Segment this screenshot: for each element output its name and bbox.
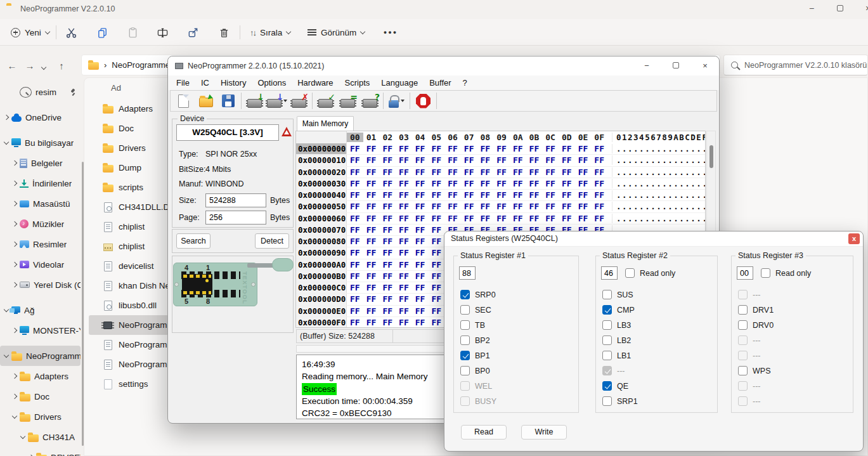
hex-byte[interactable]: FF: [347, 167, 363, 177]
hex-byte[interactable]: FF: [542, 144, 559, 153]
hex-byte[interactable]: FF: [379, 167, 396, 177]
hex-byte[interactable]: FF: [347, 318, 363, 327]
bit-checkbox[interactable]: [602, 351, 612, 360]
file-item-devicelist[interactable]: devicelist: [89, 256, 169, 276]
hex-address[interactable]: 0x00000010: [296, 155, 347, 166]
menu-language[interactable]: Language: [375, 78, 424, 88]
hex-byte[interactable]: FF: [575, 214, 592, 223]
hex-byte[interactable]: FF: [559, 214, 575, 223]
expander-icon[interactable]: [10, 392, 19, 401]
paste-button[interactable]: [119, 23, 146, 42]
sidebar-scrollbar[interactable]: [82, 162, 84, 446]
hex-byte[interactable]: FF: [559, 190, 575, 200]
hex-byte[interactable]: FF: [461, 167, 477, 177]
explorer-minimize-button[interactable]: −: [801, 0, 822, 16]
bit-lb2[interactable]: LB2: [602, 335, 717, 345]
write-registers-button[interactable]: Write: [521, 425, 567, 440]
unlock-button[interactable]: [385, 92, 408, 110]
hex-byte[interactable]: FF: [379, 306, 396, 316]
explorer-maximize-button[interactable]: [829, 0, 851, 16]
compare-chip-button[interactable]: =: [337, 92, 359, 110]
expander-icon[interactable]: [10, 326, 19, 335]
hex-byte[interactable]: FF: [542, 155, 559, 165]
file-item-libusb0-dll[interactable]: libusb0.dll: [89, 296, 169, 315]
page-input[interactable]: [205, 211, 266, 225]
search-box[interactable]: NeoProgrammer V2.2.0.10 klasöründ: [723, 55, 868, 75]
hex-byte[interactable]: FF: [444, 214, 461, 223]
hex-address[interactable]: 0x00000050: [296, 201, 347, 212]
bit-tb[interactable]: TB: [460, 320, 578, 330]
bit-cmp[interactable]: CMP: [602, 305, 717, 315]
hex-byte[interactable]: FF: [428, 294, 444, 304]
file-item-chiplist[interactable]: chiplist: [89, 217, 169, 237]
write-chip-button[interactable]: ↓: [266, 92, 288, 110]
file-item-settings[interactable]: settings: [89, 374, 169, 394]
sort-button[interactable]: ↑↓ Sırala: [245, 23, 295, 42]
hex-address[interactable]: 0x00000060: [296, 213, 347, 224]
register-value-input[interactable]: [601, 266, 618, 280]
hex-byte[interactable]: FF: [542, 190, 559, 200]
hex-byte[interactable]: FF: [412, 167, 429, 177]
new-button[interactable]: Yeni: [5, 23, 55, 42]
expander-icon[interactable]: [18, 433, 27, 441]
bit-lb1[interactable]: LB1: [602, 351, 717, 360]
hex-byte[interactable]: FF: [428, 271, 444, 281]
hex-byte[interactable]: FF: [379, 260, 396, 270]
hex-byte[interactable]: FF: [363, 306, 380, 316]
sidebar-item-resim[interactable]: resim: [0, 82, 81, 102]
hex-byte[interactable]: FF: [412, 260, 429, 270]
app-maximize-button[interactable]: [664, 56, 688, 75]
hex-byte[interactable]: FF: [396, 306, 412, 316]
hex-byte[interactable]: FF: [477, 179, 494, 188]
bit-drv0[interactable]: DRV0: [738, 320, 853, 330]
stop-button[interactable]: [412, 92, 434, 110]
hex-byte[interactable]: FF: [428, 248, 444, 257]
hex-scrollbar-thumb[interactable]: [709, 145, 713, 168]
rename-button[interactable]: [148, 23, 176, 42]
hex-byte[interactable]: FF: [444, 155, 461, 165]
hex-byte[interactable]: FF: [363, 283, 380, 292]
sidebar-item-videolar[interactable]: Videolar: [0, 254, 81, 275]
hex-byte[interactable]: FF: [461, 190, 477, 200]
hex-byte[interactable]: FF: [412, 214, 429, 223]
hex-address[interactable]: 0x00000040: [296, 190, 347, 200]
menu-file[interactable]: File: [171, 78, 195, 88]
hex-address[interactable]: 0x00000020: [296, 167, 347, 178]
file-item-neoprogramme[interactable]: NeoProgramme: [89, 355, 169, 374]
hex-byte[interactable]: FF: [428, 318, 444, 327]
expander-icon[interactable]: [10, 219, 19, 228]
hex-byte[interactable]: FF: [363, 294, 380, 304]
menu-options[interactable]: Options: [252, 78, 292, 88]
hex-address[interactable]: 0x000000D0: [296, 294, 347, 304]
hex-byte[interactable]: FF: [559, 202, 575, 211]
hex-byte[interactable]: FF: [396, 283, 412, 292]
sidebar-item-yerel-disk-c[interactable]: Yerel Disk (C:): [0, 275, 81, 295]
search-device-button[interactable]: Search: [176, 233, 211, 249]
hex-byte[interactable]: FF: [412, 179, 429, 188]
file-item-dump[interactable]: Dump: [89, 158, 169, 178]
hex-byte[interactable]: FF: [591, 144, 607, 153]
bit-checkbox[interactable]: [460, 366, 470, 375]
socket-lever-knob[interactable]: [272, 258, 294, 271]
sidebar-item-monster-yak[interactable]: MONSTER-YAK: [0, 320, 81, 341]
hex-byte[interactable]: FF: [428, 237, 444, 246]
bit-checkbox[interactable]: [738, 305, 748, 315]
hex-byte[interactable]: FF: [379, 155, 396, 165]
hex-address[interactable]: 0x000000F0: [296, 317, 347, 328]
bit-checkbox[interactable]: [602, 290, 612, 299]
hex-byte[interactable]: FF: [396, 214, 412, 223]
hex-byte[interactable]: FF: [559, 167, 575, 177]
hex-byte[interactable]: FF: [477, 214, 494, 223]
hex-byte[interactable]: FF: [591, 214, 607, 223]
hex-byte[interactable]: FF: [379, 202, 396, 211]
expander-icon[interactable]: [10, 179, 19, 188]
hex-byte[interactable]: FF: [396, 260, 412, 270]
hex-byte[interactable]: FF: [363, 179, 380, 188]
menu-buffer[interactable]: Buffer: [424, 78, 457, 88]
hex-byte[interactable]: FF: [412, 202, 429, 211]
hex-byte[interactable]: FF: [493, 202, 510, 211]
hex-address[interactable]: 0x00000080: [296, 236, 347, 247]
hex-byte[interactable]: FF: [379, 225, 396, 235]
menu-scripts[interactable]: Scripts: [339, 78, 376, 88]
back-button[interactable]: ←: [4, 58, 20, 74]
